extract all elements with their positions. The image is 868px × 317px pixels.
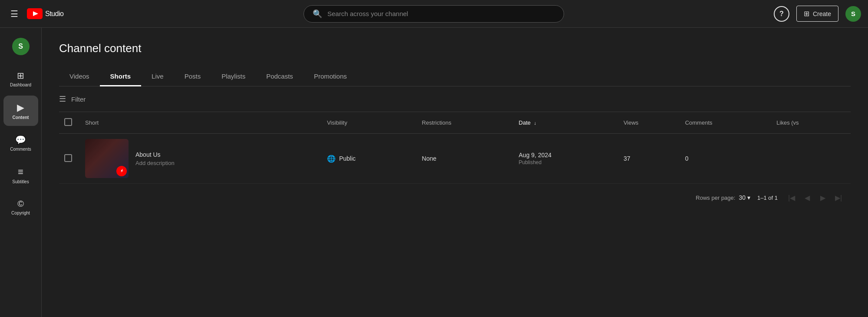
short-title[interactable]: About Us (135, 151, 175, 158)
sidebar-item-label: Comments (10, 147, 31, 152)
rows-per-page-label: Rows per page: (696, 195, 735, 201)
thumbnail[interactable] (85, 139, 129, 178)
comments-value: 0 (685, 155, 689, 162)
row-checkbox[interactable] (64, 154, 72, 162)
tab-promotions[interactable]: Promotions (304, 67, 357, 86)
avatar[interactable]: S (845, 6, 861, 22)
select-all-checkbox[interactable] (64, 118, 72, 126)
content-table: Short Visibility Restrictions Date ↓ Vie… (59, 112, 851, 184)
tab-posts[interactable]: Posts (174, 67, 211, 86)
tab-playlists[interactable]: Playlists (211, 67, 256, 86)
page-title: Channel content (59, 42, 851, 55)
short-description[interactable]: Add description (135, 160, 175, 166)
col-comments: Comments (680, 112, 772, 134)
avatar-initial: S (851, 10, 855, 17)
last-page-button[interactable]: ▶| (832, 191, 845, 205)
tab-live-label: Live (152, 73, 164, 80)
tab-shorts[interactable]: Shorts (100, 67, 142, 86)
short-info: About Us Add description (135, 151, 175, 166)
menu-button[interactable]: ☰ (7, 5, 22, 23)
sidebar-item-label: Subtitles (12, 179, 29, 184)
sidebar-item-subtitles[interactable]: ≡ Subtitles (3, 160, 38, 190)
public-icon: 🌐 (327, 155, 336, 163)
tab-live[interactable]: Live (141, 67, 174, 86)
filter-icon: ☰ (59, 94, 66, 104)
comments-icon: 💬 (15, 135, 26, 145)
sidebar-item-label: Copyright (11, 211, 30, 215)
tab-playlists-label: Playlists (221, 73, 245, 80)
search-input[interactable] (327, 10, 555, 17)
rows-per-page-select[interactable]: 30 ▾ (739, 194, 750, 201)
tabs-row: Videos Shorts Live Posts Playlists Podca… (59, 67, 851, 86)
page-nav: |◀ ◀ ▶ ▶| (785, 191, 845, 205)
sidebar-avatar: S (12, 38, 30, 55)
visibility-value: Public (339, 155, 356, 162)
create-icon: ⊞ (804, 10, 809, 18)
youtube-logo-icon (27, 8, 43, 19)
select-all-cell (59, 112, 80, 134)
row-date-cell: Aug 9, 2024 Published (514, 134, 618, 184)
col-date[interactable]: Date ↓ (514, 112, 618, 134)
sidebar-item-profile[interactable]: S (3, 31, 38, 62)
row-comments-cell: 0 (680, 134, 772, 184)
prev-page-button[interactable]: ◀ (800, 191, 814, 205)
col-views: Views (618, 112, 680, 134)
table-header-row: Short Visibility Restrictions Date ↓ Vie… (59, 112, 851, 134)
next-page-button[interactable]: ▶ (816, 191, 830, 205)
content-icon: ▶ (17, 102, 24, 113)
studio-label: Studio (45, 10, 63, 18)
sidebar-item-label: Content (13, 115, 29, 120)
row-restrictions-cell: None (417, 134, 514, 184)
topnav: ☰ Studio 🔍 ? ⊞ Create S (0, 0, 868, 28)
hamburger-icon: ☰ (10, 9, 18, 19)
restrictions-value: None (422, 155, 436, 162)
search-container: 🔍 (94, 5, 774, 23)
sidebar-item-content[interactable]: ▶ Content (3, 96, 38, 126)
col-visibility: Visibility (322, 112, 417, 134)
rows-per-page-value: 30 (739, 194, 746, 201)
rows-per-page: Rows per page: 30 ▾ (696, 194, 750, 201)
dashboard-icon: ⊞ (17, 70, 24, 81)
col-restrictions: Restrictions (417, 112, 514, 134)
tab-podcasts-label: Podcasts (266, 73, 293, 80)
row-short-cell: About Us Add description (80, 134, 322, 184)
date-value: Aug 9, 2024 (519, 152, 613, 158)
rows-chevron-icon: ▾ (747, 194, 750, 201)
create-button[interactable]: ⊞ Create (796, 6, 838, 22)
topnav-left: ☰ Studio (7, 5, 94, 23)
logo-link[interactable]: Studio (27, 8, 63, 19)
filter-row: ☰ Filter (59, 86, 851, 112)
filter-text[interactable]: Filter (71, 96, 86, 103)
tab-shorts-label: Shorts (110, 73, 131, 80)
date-status: Published (519, 159, 613, 165)
search-icon: 🔍 (313, 9, 322, 19)
tab-videos[interactable]: Videos (59, 67, 100, 86)
row-visibility-cell: 🌐 Public (322, 134, 417, 184)
tab-promotions-label: Promotions (314, 73, 347, 80)
tab-podcasts[interactable]: Podcasts (256, 67, 304, 86)
pagination-row: Rows per page: 30 ▾ 1–1 of 1 |◀ ◀ ▶ ▶| (59, 184, 851, 211)
help-button[interactable]: ? (774, 6, 789, 22)
row-checkbox-cell (59, 134, 80, 184)
sidebar-item-label: Dashboard (10, 83, 31, 87)
help-icon: ? (779, 10, 784, 18)
search-bar: 🔍 (304, 5, 564, 23)
tab-videos-label: Videos (69, 73, 89, 80)
col-short: Short (80, 112, 322, 134)
page-info: 1–1 of 1 (757, 195, 778, 201)
sidebar-item-copyright[interactable]: © Copyright (3, 192, 38, 222)
main-content: Channel content Videos Shorts Live Posts… (42, 28, 868, 225)
table-row: About Us Add description 🌐 Public None (59, 134, 851, 184)
sort-arrow-icon: ↓ (534, 120, 537, 125)
sidebar-item-dashboard[interactable]: ⊞ Dashboard (3, 63, 38, 94)
topnav-right: ? ⊞ Create S (774, 6, 861, 22)
subtitles-icon: ≡ (18, 166, 23, 178)
tab-posts-label: Posts (185, 73, 201, 80)
copyright-icon: © (17, 199, 24, 209)
views-value: 37 (624, 155, 630, 162)
first-page-button[interactable]: |◀ (785, 191, 799, 205)
col-likes: Likes (vs (771, 112, 851, 134)
sidebar-item-comments[interactable]: 💬 Comments (3, 128, 38, 158)
sidebar: S ⊞ Dashboard ▶ Content 💬 Comments ≡ Sub… (0, 28, 42, 317)
shorts-badge-icon (116, 166, 127, 176)
